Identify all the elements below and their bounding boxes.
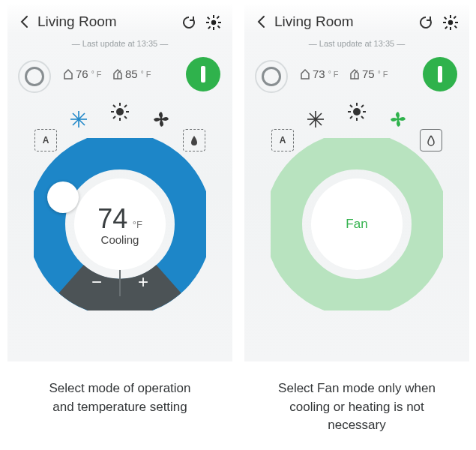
power-button[interactable] bbox=[423, 57, 457, 92]
mode-fan[interactable] bbox=[387, 108, 409, 130]
mode-fan[interactable] bbox=[150, 108, 172, 130]
temp-unit: F bbox=[334, 70, 339, 79]
outdoor-temp: 85 °F bbox=[112, 68, 151, 80]
svg-rect-6 bbox=[217, 26, 220, 28]
home-out-icon bbox=[112, 68, 123, 80]
status-row: 73 °F 75 °F bbox=[244, 56, 469, 96]
home-icon bbox=[300, 68, 310, 80]
outdoor-temp-value: 85 bbox=[125, 68, 138, 80]
svg-rect-32 bbox=[454, 26, 457, 28]
dial-knob[interactable] bbox=[47, 182, 79, 213]
screenshot-cooling: Living Room — Last update at 13:35 — 76 … bbox=[7, 4, 232, 362]
svg-rect-34 bbox=[445, 26, 448, 29]
temp-unit: F bbox=[146, 70, 151, 79]
svg-rect-5 bbox=[207, 16, 210, 20]
svg-rect-30 bbox=[455, 22, 458, 23]
mode-cool[interactable] bbox=[304, 108, 327, 130]
temperature-dial[interactable]: − + 74 °F Cooling bbox=[34, 138, 206, 310]
svg-rect-31 bbox=[444, 16, 447, 20]
dial-center: Fan bbox=[311, 178, 403, 270]
outdoor-temp-value: 75 bbox=[362, 68, 375, 80]
minus-button: − bbox=[91, 272, 102, 292]
svg-rect-8 bbox=[208, 26, 211, 29]
degree-symbol: ° bbox=[328, 70, 331, 78]
svg-line-19 bbox=[113, 105, 115, 107]
refresh-icon[interactable] bbox=[181, 15, 196, 30]
svg-rect-29 bbox=[443, 22, 446, 23]
mode-cool[interactable] bbox=[67, 108, 90, 130]
svg-line-48 bbox=[350, 116, 352, 118]
back-icon[interactable] bbox=[255, 15, 268, 28]
svg-rect-2 bbox=[213, 27, 214, 30]
settings-icon[interactable] bbox=[442, 14, 459, 31]
current-mode-label: Cooling bbox=[101, 233, 139, 246]
set-temp-value: 74 bbox=[97, 203, 127, 234]
device-status-ring[interactable] bbox=[18, 60, 51, 93]
screenshot-fan: Living Room — Last update at 13:35 — 73 … bbox=[244, 4, 469, 362]
home-out-icon bbox=[349, 68, 360, 80]
degree-symbol: ° bbox=[91, 70, 94, 78]
back-icon[interactable] bbox=[18, 15, 31, 28]
indoor-temp-value: 76 bbox=[76, 68, 88, 80]
svg-line-46 bbox=[361, 116, 364, 118]
mode-heat[interactable] bbox=[109, 100, 131, 123]
power-button[interactable] bbox=[186, 57, 220, 92]
svg-rect-7 bbox=[217, 16, 220, 19]
device-status-ring[interactable] bbox=[255, 60, 288, 93]
temp-unit: F bbox=[97, 70, 102, 79]
refresh-icon[interactable] bbox=[418, 15, 433, 30]
svg-point-26 bbox=[448, 20, 453, 25]
plus-button: + bbox=[138, 272, 148, 292]
degree-symbol: ° bbox=[141, 70, 144, 78]
dial-center: 74 °F Cooling bbox=[74, 178, 166, 270]
settings-icon[interactable] bbox=[205, 14, 222, 31]
svg-rect-27 bbox=[450, 15, 451, 18]
mode-heat[interactable] bbox=[346, 100, 368, 123]
svg-point-40 bbox=[353, 108, 361, 116]
svg-rect-1 bbox=[213, 15, 214, 18]
temp-unit: F bbox=[136, 219, 142, 230]
svg-line-47 bbox=[361, 105, 364, 107]
app-header: Living Room bbox=[244, 4, 469, 39]
svg-line-22 bbox=[113, 116, 115, 118]
last-update-label: — Last update at 13:35 — bbox=[244, 39, 469, 48]
caption-left: Select mode of operationand temperature … bbox=[7, 380, 232, 416]
indoor-temp: 73 °F bbox=[300, 68, 338, 80]
svg-point-0 bbox=[211, 20, 216, 25]
room-title: Living Room bbox=[274, 14, 354, 30]
room-title: Living Room bbox=[37, 14, 117, 30]
last-update-label: — Last update at 13:35 — bbox=[7, 39, 232, 48]
svg-rect-3 bbox=[206, 22, 209, 23]
svg-rect-4 bbox=[218, 22, 221, 23]
indoor-temp-value: 73 bbox=[313, 68, 325, 80]
svg-rect-28 bbox=[450, 27, 451, 30]
fan-dial[interactable]: Fan bbox=[271, 138, 443, 310]
caption-right: Select Fan mode only whencooling or heat… bbox=[244, 380, 469, 435]
svg-point-14 bbox=[116, 108, 124, 116]
svg-line-20 bbox=[124, 116, 127, 118]
home-icon bbox=[63, 68, 73, 80]
app-header: Living Room bbox=[7, 4, 232, 39]
indoor-temp: 76 °F bbox=[63, 68, 101, 80]
svg-line-21 bbox=[124, 105, 127, 107]
outdoor-temp: 75 °F bbox=[349, 68, 388, 80]
status-row: 76 °F 85 °F bbox=[7, 56, 232, 96]
svg-rect-33 bbox=[454, 16, 457, 19]
temp-unit: F bbox=[383, 70, 388, 79]
current-mode-label: Fan bbox=[346, 217, 367, 232]
degree-symbol: ° bbox=[378, 70, 381, 78]
svg-line-45 bbox=[350, 105, 352, 107]
